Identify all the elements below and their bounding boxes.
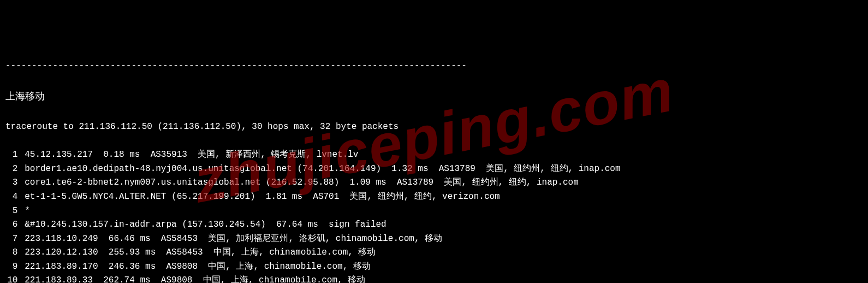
hop-detail: 221.183.89.170 246.36 ms AS9808 中国, 上海, … — [25, 262, 371, 272]
hop-number: 2 — [5, 162, 25, 176]
hops-list: 145.12.135.217 0.18 ms AS35913 美国, 新泽西州,… — [5, 148, 863, 283]
hop-number: 10 — [5, 274, 25, 283]
hop-detail: 223.120.12.130 255.93 ms AS58453 中国, 上海,… — [25, 247, 376, 257]
hop-detail: 223.118.10.249 66.46 ms AS58453 美国, 加利福尼… — [25, 234, 442, 244]
hop-number: 3 — [5, 176, 25, 190]
divider-line: ----------------------------------------… — [5, 59, 863, 73]
hop-detail: &#10.245.130.157.in-addr.arpa (157.130.2… — [25, 220, 387, 229]
hop-number: 9 — [5, 260, 25, 274]
hop-number: 6 — [5, 218, 25, 232]
hop-detail: * — [25, 206, 30, 216]
hop-row: 2border1.ae10.dedipath-48.nyj004.us.unit… — [5, 162, 863, 176]
location-title: 上海移动 — [5, 89, 863, 104]
hop-row: 6&#10.245.130.157.in-addr.arpa (157.130.… — [5, 218, 863, 232]
hop-detail: et-1-1-5.GW5.NYC4.ALTER.NET (65.217.199.… — [25, 192, 500, 202]
hop-row: 10221.183.89.33 262.74 ms AS9808 中国, 上海,… — [5, 274, 863, 283]
hop-row: 3core1.te6-2-bbnet2.nym007.us.unitasglob… — [5, 176, 863, 190]
traceroute-header: traceroute to 211.136.112.50 (211.136.11… — [5, 120, 863, 134]
hop-number: 5 — [5, 204, 25, 219]
hop-row: 7223.118.10.249 66.46 ms AS58453 美国, 加利福… — [5, 232, 863, 246]
hop-row: 5* — [5, 204, 863, 219]
hop-detail: 45.12.135.217 0.18 ms AS35913 美国, 新泽西州, … — [25, 150, 358, 160]
hop-row: 8223.120.12.130 255.93 ms AS58453 中国, 上海… — [5, 246, 863, 260]
hop-number: 7 — [5, 232, 25, 246]
hop-row: 4et-1-1-5.GW5.NYC4.ALTER.NET (65.217.199… — [5, 190, 863, 204]
hop-detail: 221.183.89.33 262.74 ms AS9808 中国, 上海, c… — [25, 275, 365, 283]
hop-row: 9221.183.89.170 246.36 ms AS9808 中国, 上海,… — [5, 260, 863, 274]
hop-number: 1 — [5, 148, 25, 162]
hop-number: 8 — [5, 246, 25, 260]
hop-detail: core1.te6-2-bbnet2.nym007.us.unitasgloba… — [25, 178, 579, 187]
hop-row: 145.12.135.217 0.18 ms AS35913 美国, 新泽西州,… — [5, 148, 863, 162]
hop-number: 4 — [5, 190, 25, 204]
hop-detail: border1.ae10.dedipath-48.nyj004.us.unita… — [25, 164, 620, 174]
